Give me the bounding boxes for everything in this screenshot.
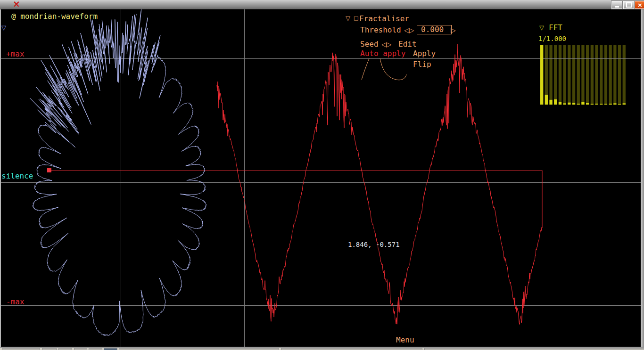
window-border-right [641,9,644,347]
taskbar[interactable] [0,348,644,350]
taskbar-button[interactable] [58,348,72,350]
maximize-button[interactable] [623,1,634,9]
fft-collapse-icon[interactable]: ▽ [539,24,544,31]
cursor-readout: 1.846, -0.571 [348,241,400,248]
radial-waveform[interactable] [30,8,206,336]
application-window: @ mondrian-waveform ▽ +max silence -max … [0,0,644,350]
linear-waveform[interactable] [217,44,542,324]
taskbar-button[interactable] [119,348,279,350]
seed-edit-button[interactable]: Edit [398,41,417,48]
taskbar-button-active[interactable] [104,348,117,350]
silence-label: silence [1,172,33,180]
taskbar-button[interactable] [2,348,40,350]
neg-max-label: -max [6,298,25,306]
taskbar-button[interactable] [74,348,87,350]
maximize-icon [626,2,632,8]
fractaliser-title[interactable]: Fractaliser [359,15,409,23]
seed-label: Seed [360,41,379,48]
taskbar-button[interactable] [89,348,102,350]
fft-title: FFT [549,24,562,32]
menu-connector-curves [362,58,406,80]
auto-apply-toggle[interactable]: Auto apply [360,50,405,57]
waveform-scene[interactable] [0,0,644,350]
minimize-icon [615,6,619,8]
taskbar-button[interactable] [42,348,57,350]
close-button[interactable]: × [635,1,644,9]
silence-level-line[interactable] [47,168,543,172]
fractaliser-collapse-icon[interactable]: ▽ [346,15,350,21]
fft-scale-label: 1/1.000 [538,35,566,42]
threshold-value-field[interactable]: 0.000 [417,25,452,34]
canvas-dropdown-icon[interactable]: ▽ [1,24,6,31]
taskbar-button[interactable] [424,348,644,350]
seed-arrows[interactable]: ◁▷ [381,41,392,48]
fractaliser-box-icon[interactable]: □ [354,16,358,21]
threshold-label: Threshold [360,26,401,34]
fft-bars-background [540,45,626,105]
threshold-arrows[interactable]: ◁▷ [404,27,414,33]
pos-max-label: +max [6,50,25,58]
taskbar-button[interactable] [281,348,422,350]
minimize-button[interactable] [611,1,622,9]
app-icon: × [13,0,20,9]
threshold-spin-icon[interactable]: ▷ [451,27,456,33]
window-border-left [0,9,1,347]
flip-button[interactable]: Flip [413,61,431,68]
apply-button[interactable]: Apply [413,50,436,57]
page-title: @ mondrian-waveform [11,13,98,20]
menu-button[interactable]: Menu [396,336,414,344]
title-bar[interactable] [0,0,644,9]
